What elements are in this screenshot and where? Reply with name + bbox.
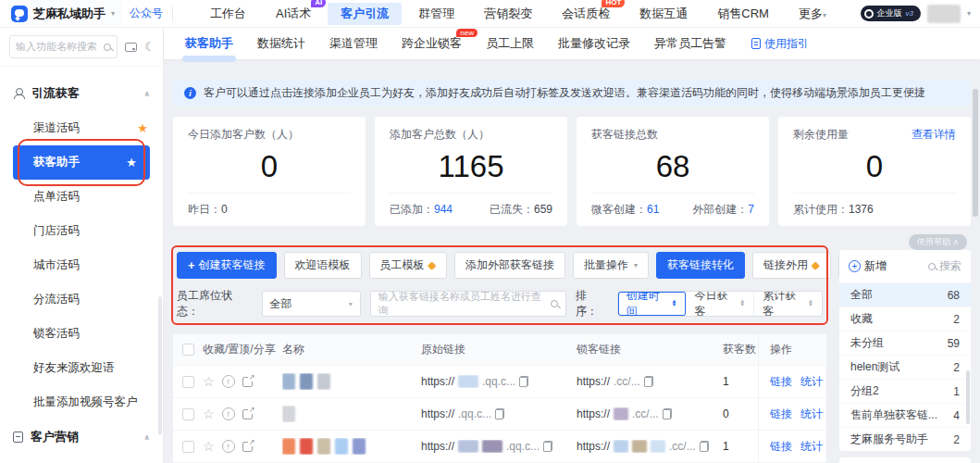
- copy-icon[interactable]: [700, 441, 709, 452]
- tab-异常员工告警[interactable]: 异常员工告警: [642, 28, 738, 59]
- tab-获客助手[interactable]: 获客助手: [173, 28, 245, 59]
- sidebar-item-客户SOP[interactable]: 客户SOP◆: [0, 455, 163, 463]
- group-item-芝麻服务号助手[interactable]: 芝麻服务号助手2: [839, 427, 971, 451]
- nav-item-label: 更多: [799, 6, 823, 20]
- copy-icon[interactable]: [644, 376, 653, 387]
- group-search-label: 搜索: [939, 258, 961, 274]
- user-avatar[interactable]: [927, 5, 961, 23]
- checkbox[interactable]: [182, 441, 194, 453]
- nav-item-数据互通[interactable]: 数据互通: [626, 3, 701, 25]
- moon-icon[interactable]: ☾: [144, 41, 155, 53]
- 创建获客链接-button[interactable]: +创建获客链接: [177, 252, 277, 279]
- sidebar-item-获客助手[interactable]: 获客助手★: [13, 145, 150, 180]
- tab-数据统计[interactable]: 数据统计: [245, 28, 317, 59]
- action-统计[interactable]: 统计: [800, 439, 823, 455]
- chevron-down-icon[interactable]: ▾: [967, 9, 971, 18]
- help-collapse-tag[interactable]: 使用帮助 ∧: [909, 234, 967, 250]
- share-icon[interactable]: [242, 409, 253, 419]
- nav-item-客户引流[interactable]: 客户引流: [328, 3, 402, 25]
- action-统计[interactable]: 统计: [800, 407, 823, 422]
- tab-跨企业锁客[interactable]: 跨企业锁客new: [390, 28, 474, 59]
- nav-item-群管理[interactable]: 群管理: [405, 3, 467, 25]
- sort-累计获客[interactable]: 累计获客▲▼: [754, 292, 822, 316]
- group-item-收藏[interactable]: 收藏2: [839, 307, 971, 331]
- info-icon: i: [184, 87, 196, 99]
- group-item-售前单独获客链...[interactable]: 售前单独获客链...4: [839, 403, 971, 427]
- copy-icon[interactable]: [663, 408, 672, 419]
- sort-今日获客[interactable]: 今日获客▲▼: [687, 292, 755, 316]
- nav-item-更多[interactable]: 更多▾: [786, 3, 839, 25]
- favorite-star-icon[interactable]: ☆: [203, 407, 215, 421]
- tab-渠道管理[interactable]: 渠道管理: [317, 28, 390, 59]
- favorite-star-icon[interactable]: ☆: [203, 439, 215, 454]
- group-panel-scrollbar[interactable]: [966, 370, 970, 424]
- tab-label: 数据统计: [257, 35, 305, 52]
- usage-guide-link[interactable]: 使用指引: [751, 36, 809, 52]
- sort-arrows-icon: ▲▼: [672, 300, 677, 307]
- nav-item-label: 群管理: [418, 6, 454, 20]
- add-group-button[interactable]: + 新增: [849, 258, 887, 274]
- seat-status-select[interactable]: 全部 ▾: [262, 291, 361, 317]
- pin-top-icon[interactable]: ↑: [222, 375, 235, 388]
- copy-icon[interactable]: [495, 408, 504, 419]
- pin-top-icon[interactable]: ↑: [222, 440, 235, 453]
- sort-创建时间[interactable]: 创建时间▲▼: [618, 292, 687, 316]
- action-链接[interactable]: 链接: [770, 374, 792, 390]
- 批量操作-button[interactable]: 批量操作▾: [573, 252, 649, 279]
- tab-员工上限[interactable]: 员工上限: [474, 28, 546, 59]
- link-search-input[interactable]: 输入获客链接名称或员工姓名进行查询: [370, 291, 566, 317]
- sidebar-search-input[interactable]: 输入功能名称搜索: [9, 35, 118, 58]
- view-details-link[interactable]: 查看详情: [912, 127, 956, 143]
- copy-icon[interactable]: [543, 441, 552, 452]
- group-item-分组2[interactable]: 分组21: [839, 379, 971, 403]
- action-统计[interactable]: 统计: [800, 374, 823, 390]
- favorite-star-icon[interactable]: ☆: [203, 374, 215, 389]
- account-type-tag[interactable]: 公众号: [130, 6, 163, 21]
- stat-card: 添加客户总数（人）1165已添加：944已流失：659: [375, 117, 567, 226]
- group-search-button[interactable]: 搜索: [928, 258, 961, 274]
- 获客链接转化-button[interactable]: 获客链接转化: [656, 252, 745, 279]
- sidebar-item-分流活码[interactable]: 分流活码: [0, 282, 163, 317]
- nav-item-会话质检[interactable]: 会话质检HOT: [549, 3, 623, 25]
- nav-item-销售CRM[interactable]: 销售CRM: [704, 3, 782, 25]
- stat-footer-label: 已流失：: [490, 203, 534, 216]
- sidebar-section-客户营销[interactable]: 客户营销∧: [0, 419, 163, 455]
- group-item-全部[interactable]: 全部68: [839, 282, 971, 307]
- actions-cell: 链接统计修改复制更多: [758, 366, 826, 397]
- 链接外用-button[interactable]: 链接外用◆: [752, 252, 830, 279]
- sidebar-item-门店活码[interactable]: 门店活码: [0, 214, 163, 248]
- action-链接[interactable]: 链接: [770, 439, 792, 455]
- 员工模板-button[interactable]: 员工模板◆: [369, 252, 447, 279]
- sidebar-item-城市活码[interactable]: 城市活码: [0, 248, 163, 282]
- edition-badge: 企业版 v3: [861, 6, 921, 21]
- sidebar-section-引流获客[interactable]: 引流获客∧: [0, 76, 163, 111]
- nav-item-营销裂变[interactable]: 营销裂变: [471, 3, 545, 25]
- checkbox[interactable]: [182, 344, 194, 356]
- nav-item-工作台[interactable]: 工作台: [197, 3, 259, 25]
- sidebar-item-渠道活码[interactable]: 渠道活码★: [0, 111, 163, 145]
- sidebar-item-锁客活码[interactable]: 锁客活码: [0, 317, 163, 351]
- sidebar-item-批量添加视频号客户[interactable]: 批量添加视频号客户: [0, 385, 163, 419]
- share-icon[interactable]: [242, 377, 253, 387]
- 欢迎语模板-button[interactable]: 欢迎语模板: [284, 252, 362, 279]
- checkbox[interactable]: [182, 376, 194, 388]
- sidebar-item-点单活码[interactable]: 点单活码: [0, 180, 163, 214]
- copy-icon[interactable]: [519, 376, 528, 387]
- sidebar-item-好友来源欢迎语[interactable]: 好友来源欢迎语: [0, 351, 163, 385]
- page-scrollbar[interactable]: [973, 89, 978, 217]
- pin-top-icon[interactable]: ↑: [222, 407, 235, 420]
- 添加外部获客链接-button[interactable]: 添加外部获客链接: [454, 252, 565, 279]
- banner-icon[interactable]: [125, 43, 137, 52]
- action-链接[interactable]: 链接: [770, 407, 792, 422]
- nav-item-AI话术[interactable]: AI话术AI: [263, 3, 324, 25]
- brand[interactable]: 芝麻私域助手 ▾: [9, 0, 122, 27]
- tab-批量修改记录[interactable]: 批量修改记录: [546, 28, 642, 59]
- favorite-cell: ☆↑: [203, 407, 282, 421]
- sidebar-item-label: 城市活码: [33, 257, 80, 273]
- checkbox[interactable]: [182, 408, 194, 420]
- share-icon[interactable]: [242, 442, 253, 452]
- group-item-helen测试[interactable]: helen测试2: [839, 355, 971, 379]
- group-item-未分组[interactable]: 未分组59: [839, 331, 971, 355]
- button-label: 链接外用: [763, 257, 808, 273]
- sidebar-scrollbar[interactable]: [158, 296, 162, 435]
